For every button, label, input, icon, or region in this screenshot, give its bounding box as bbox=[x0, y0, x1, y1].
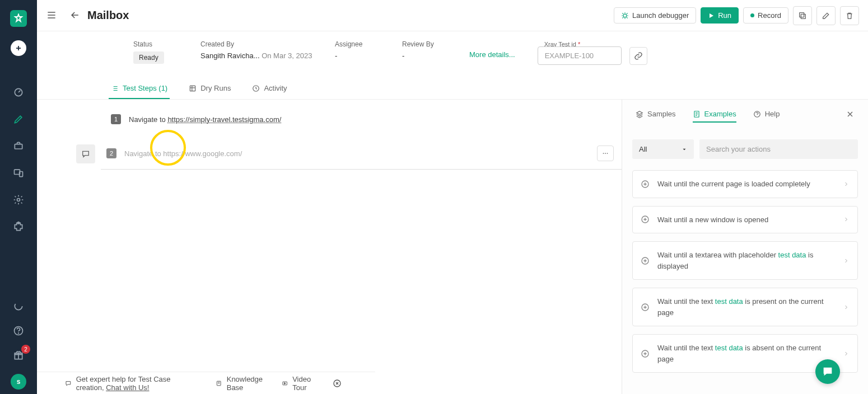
book-icon bbox=[216, 379, 222, 388]
plus-icon bbox=[641, 256, 650, 265]
review-by-value: - bbox=[402, 51, 447, 60]
left-sidebar: 2 s bbox=[0, 0, 37, 394]
action-text: Wait until a textarea with placeholder t… bbox=[657, 250, 835, 271]
loading-icon[interactable] bbox=[12, 300, 25, 312]
chevron-right-icon bbox=[843, 257, 850, 264]
notification-badge: 2 bbox=[21, 345, 30, 354]
search-actions-input[interactable] bbox=[699, 139, 858, 159]
status-label: Status bbox=[133, 40, 178, 48]
svg-rect-13 bbox=[190, 86, 195, 91]
top-bar: Mailbox Launch debugger Run Record bbox=[37, 0, 868, 31]
gift-icon-wrap[interactable]: 2 bbox=[12, 349, 25, 362]
launch-debugger-button[interactable]: Launch debugger bbox=[614, 7, 696, 24]
step-input-placeholder[interactable]: Navigate to https://www.google.com/ bbox=[124, 149, 589, 158]
plus-icon bbox=[641, 215, 650, 224]
xray-input[interactable] bbox=[538, 46, 622, 65]
chat-fab[interactable] bbox=[815, 359, 840, 384]
copy-button[interactable] bbox=[793, 6, 812, 25]
list-icon bbox=[111, 85, 119, 92]
svg-rect-12 bbox=[800, 12, 804, 17]
play-icon bbox=[708, 12, 715, 19]
link-button[interactable] bbox=[629, 47, 647, 65]
hamburger-icon[interactable] bbox=[46, 10, 58, 22]
panel-close-button[interactable] bbox=[846, 110, 855, 123]
chevron-right-icon bbox=[843, 181, 850, 187]
panel-tab-samples[interactable]: Samples bbox=[636, 110, 676, 123]
step-more-button[interactable] bbox=[597, 146, 614, 161]
footer-help: Get expert help for Test Case creation, … bbox=[65, 375, 200, 392]
chevron-right-icon bbox=[843, 350, 850, 357]
tab-dry-runs[interactable]: Dry Runs bbox=[186, 78, 233, 99]
assignee-value: - bbox=[335, 51, 380, 60]
svg-point-16 bbox=[605, 153, 606, 154]
add-button[interactable] bbox=[11, 40, 26, 56]
action-item[interactable]: Wait until a new window is opened bbox=[632, 206, 858, 234]
side-panel: Samples Examples Help All bbox=[622, 100, 868, 394]
video-icon bbox=[282, 379, 288, 388]
action-item[interactable]: Wait until a textarea with placeholder t… bbox=[632, 241, 858, 280]
status-badge: Ready bbox=[133, 51, 164, 64]
grid-icon bbox=[189, 85, 197, 92]
app-logo bbox=[10, 10, 27, 27]
tab-activity[interactable]: Activity bbox=[250, 78, 289, 99]
question-icon bbox=[753, 110, 761, 118]
svg-point-6 bbox=[15, 302, 22, 309]
run-button[interactable]: Run bbox=[701, 7, 739, 24]
page-title: Mailbox bbox=[87, 9, 129, 22]
edit-icon[interactable] bbox=[12, 113, 25, 125]
chevron-right-icon bbox=[843, 216, 850, 223]
chat-with-us-link[interactable]: Chat with Us! bbox=[106, 383, 149, 392]
comment-button[interactable] bbox=[76, 144, 95, 163]
filter-select[interactable]: All bbox=[632, 139, 694, 159]
user-avatar[interactable]: s bbox=[11, 374, 26, 390]
chevron-right-icon bbox=[843, 304, 850, 311]
plus-icon bbox=[641, 180, 650, 189]
steps-area: 1 Navigate to https://simply-travel.test… bbox=[37, 100, 622, 394]
document-icon bbox=[693, 110, 701, 118]
action-item[interactable]: Wait until the current page is loaded co… bbox=[632, 170, 858, 198]
step-url[interactable]: https://simply-travel.testsigma.com/ bbox=[167, 115, 281, 124]
action-text: Wait until a new window is opened bbox=[657, 214, 835, 226]
action-text: Wait until the text test data is present… bbox=[657, 296, 835, 318]
chat-icon bbox=[65, 379, 72, 388]
puzzle-icon[interactable] bbox=[12, 221, 25, 233]
step-row-2[interactable]: 2 Navigate to https://www.google.com/ bbox=[101, 138, 622, 170]
action-text: Wait until the text test data is absent … bbox=[657, 343, 835, 364]
created-by-value: Sangith Ravicha... On Mar 3, 2023 bbox=[200, 51, 312, 60]
content-tabs: Test Steps (1) Dry Runs Activity bbox=[37, 78, 868, 100]
action-item[interactable]: Wait until the text test data is present… bbox=[632, 288, 858, 326]
panel-tab-examples[interactable]: Examples bbox=[693, 110, 736, 123]
svg-point-17 bbox=[607, 153, 608, 154]
dashboard-icon[interactable] bbox=[12, 86, 25, 98]
more-details-link[interactable]: More details... bbox=[469, 50, 515, 59]
back-arrow-icon[interactable] bbox=[69, 10, 82, 22]
gear-icon[interactable] bbox=[12, 194, 25, 206]
layers-icon bbox=[636, 110, 643, 118]
edit-button[interactable] bbox=[816, 6, 836, 25]
close-footer-button[interactable] bbox=[333, 379, 342, 388]
step-row-1[interactable]: 1 Navigate to https://simply-travel.test… bbox=[76, 110, 622, 129]
plus-icon bbox=[641, 303, 650, 312]
knowledge-base-link[interactable]: Knowledge Base bbox=[216, 375, 266, 392]
assignee-label: Assignee bbox=[335, 40, 380, 48]
created-by-label: Created By bbox=[200, 40, 312, 48]
clock-icon bbox=[252, 85, 260, 92]
briefcase-icon[interactable] bbox=[12, 140, 25, 152]
devices-icon[interactable] bbox=[12, 167, 25, 179]
svg-point-10 bbox=[623, 14, 627, 17]
svg-rect-1 bbox=[15, 144, 22, 149]
review-by-label: Review By bbox=[402, 40, 447, 48]
step-number: 2 bbox=[106, 148, 116, 158]
meta-row: Status Ready Created By Sangith Ravicha.… bbox=[37, 31, 868, 73]
bug-icon bbox=[621, 12, 629, 20]
delete-button[interactable] bbox=[840, 6, 859, 25]
step-number: 1 bbox=[111, 114, 121, 124]
tab-test-steps[interactable]: Test Steps (1) bbox=[109, 78, 170, 99]
chevron-down-icon bbox=[682, 147, 687, 152]
record-button[interactable]: Record bbox=[743, 7, 788, 24]
svg-point-4 bbox=[17, 199, 20, 201]
panel-tab-help[interactable]: Help bbox=[753, 110, 780, 123]
svg-rect-11 bbox=[801, 14, 805, 18]
video-tour-link[interactable]: Video Tour bbox=[282, 375, 317, 392]
help-icon[interactable] bbox=[12, 325, 25, 337]
